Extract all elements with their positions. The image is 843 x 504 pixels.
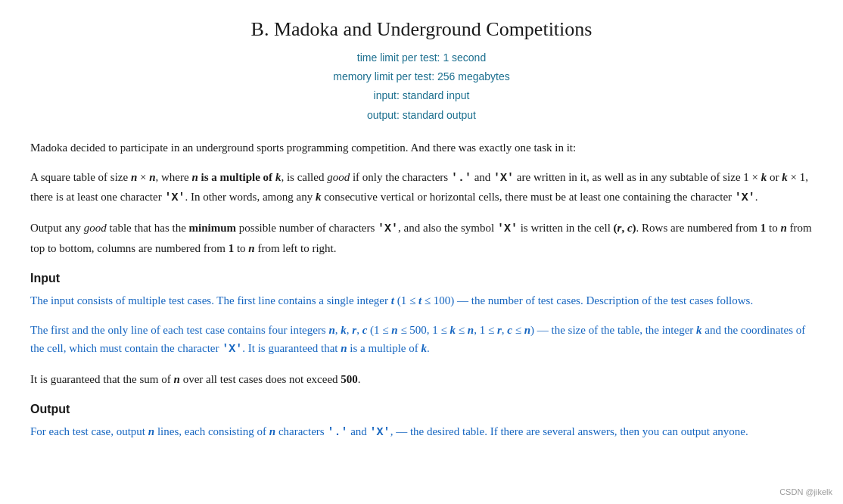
watermark: CSDN @jikelk bbox=[779, 487, 832, 496]
input-detail: The first and the only line of each test… bbox=[30, 321, 813, 360]
page-title: B. Madoka and Underground Competitions bbox=[30, 18, 813, 41]
input-section: Input The input consists of multiple tes… bbox=[30, 269, 813, 310]
memory-limit: memory limit per test: 256 megabytes bbox=[30, 67, 813, 86]
meta-info: time limit per test: 1 second memory lim… bbox=[30, 48, 813, 125]
output-heading: Output bbox=[30, 400, 813, 419]
output-type: output: standard output bbox=[30, 106, 813, 125]
input-heading: Input bbox=[30, 269, 813, 288]
guarantee-statement: It is guaranteed that the sum of n over … bbox=[30, 370, 813, 389]
output-statement: Output any good table that has the minim… bbox=[30, 219, 813, 258]
output-section: Output For each test case, output n line… bbox=[30, 400, 813, 443]
time-limit: time limit per test: 1 second bbox=[30, 48, 813, 67]
input-type: input: standard input bbox=[30, 86, 813, 105]
problem-statement: A square table of size n × n, where n is… bbox=[30, 168, 813, 209]
intro-paragraph: Madoka decided to participate in an unde… bbox=[30, 138, 813, 157]
